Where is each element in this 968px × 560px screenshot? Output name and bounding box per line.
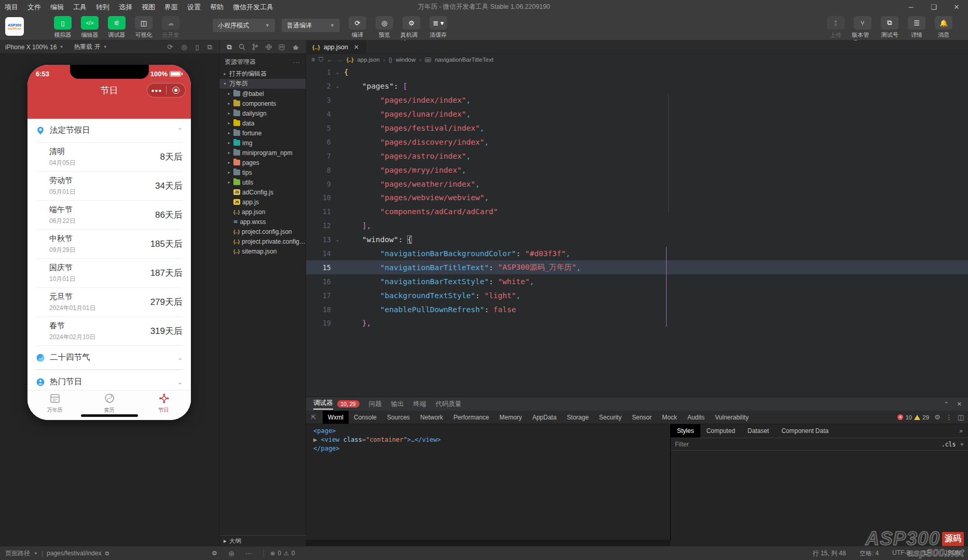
menu-工具[interactable]: 工具 (68, 0, 91, 14)
devtools-tab-Vulnerability[interactable]: Vulnerability (710, 411, 754, 424)
menu-微信开发工具[interactable]: 微信开发工具 (228, 0, 278, 14)
tree-item-@babel[interactable]: ▸@babel (219, 89, 306, 99)
phone-icon[interactable]: ▯ (54, 16, 72, 30)
filter-input[interactable]: Filter (675, 441, 937, 448)
code-line-6[interactable]: 6 "pages/discovery/index", (306, 135, 968, 149)
page-path-label[interactable]: 页面路径 (5, 549, 30, 558)
status-item[interactable]: JSON (944, 549, 961, 558)
breadcrumb-file[interactable]: app.json (357, 57, 379, 63)
debugger-tab-代码质量[interactable]: 代码质量 (436, 400, 462, 409)
menu-设置[interactable]: 设置 (183, 0, 205, 14)
wxml-node[interactable]: <page> (313, 427, 670, 436)
breadcrumb-node[interactable]: window (396, 57, 416, 63)
devtools-tab-Console[interactable]: Console (349, 411, 382, 424)
bug-icon[interactable]: ⚙ (212, 550, 217, 557)
festival-row[interactable]: 端午节06月22日86天后 (36, 201, 183, 230)
status-item[interactable]: LF (923, 549, 931, 558)
devtools-tab-Sensor[interactable]: Sensor (627, 411, 657, 424)
code-line-15[interactable]: 15 "navigationBarTitleText": "ASP300源码_万… (306, 260, 968, 274)
forward-arrow-icon[interactable]: → (337, 56, 343, 63)
devtools-tab-Memory[interactable]: Memory (494, 411, 527, 424)
fold-icon[interactable]: ⌄ (331, 83, 344, 89)
device-selector[interactable]: iPhone X 100% 16▼ (0, 40, 68, 53)
project-avatar[interactable]: ASP300asp300.net (5, 17, 24, 36)
status-item[interactable]: UTF-8 (892, 549, 910, 558)
code-line-1[interactable]: 1⌄{ (306, 65, 968, 79)
teapot-icon[interactable] (292, 44, 299, 50)
layout-icon[interactable]: ◫ (135, 16, 153, 30)
code-line-5[interactable]: 5 "pages/festival/index", (306, 121, 968, 135)
menu-转到[interactable]: 转到 (91, 0, 114, 14)
festival-row[interactable]: 元旦节2024年01月01日279天后 (36, 288, 183, 317)
code-line-10[interactable]: 10 "pages/webview/webview", (306, 191, 968, 205)
branch-icon[interactable]: ⑂ (854, 16, 872, 30)
mode-dropdown[interactable]: 小程序模式▼ (213, 19, 275, 32)
refresh-icon[interactable]: ⟳ (167, 43, 173, 51)
devtools-tab-Mock[interactable]: Mock (657, 411, 682, 424)
code-line-16[interactable]: 16 "navigationBarTextStyle": "white", (306, 274, 968, 288)
devtools-tab-Performance[interactable]: Performance (448, 411, 494, 424)
tree-item-tips[interactable]: ▸tips (219, 167, 306, 177)
toolbar-button-可视化[interactable]: ◫可视化 (133, 16, 155, 39)
capsule-button[interactable]: ●●● (147, 83, 186, 97)
wxml-node[interactable]: ▶ <view class="container">…</view> (313, 436, 670, 445)
code-line-11[interactable]: 11 "components/adCard/adCard" (306, 205, 968, 219)
debugger-tab-问题[interactable]: 问题 (369, 400, 382, 409)
styles-tab-Dataset[interactable]: Dataset (741, 424, 775, 438)
tree-item-app.json[interactable]: {..}app.json (219, 207, 306, 217)
styles-tab-Styles[interactable]: Styles (671, 424, 700, 438)
menu-文件[interactable]: 文件 (23, 0, 46, 14)
problem-counts[interactable]: ⊗0 ⚠0 (264, 549, 295, 557)
tree-item-pages[interactable]: ▸pages (219, 158, 306, 167)
hot-reload-toggle[interactable]: 热重载 开▼ (68, 40, 112, 53)
tree-item-img[interactable]: ▸img (219, 138, 306, 148)
add-style-icon[interactable]: + (960, 440, 964, 448)
debugger-tab-输出[interactable]: 输出 (391, 400, 404, 409)
compile-icon[interactable]: ⟳ (349, 16, 366, 30)
tree-item-app.wxss[interactable]: ≋app.wxss (219, 217, 306, 227)
tree-item-fortune[interactable]: ▸fortune (219, 128, 306, 138)
kebab-menu-icon[interactable]: ⋮ (946, 413, 952, 421)
tree-item-project.config.json[interactable]: {..}project.config.json (219, 227, 306, 236)
outline-list-icon[interactable]: ≡ (311, 56, 315, 63)
code-line-2[interactable]: 2⌄ "pages": [ (306, 79, 968, 93)
code-line-3[interactable]: 3 "pages/index/index", (306, 93, 968, 107)
section-solar-terms[interactable]: 二十四节气 ⌄ (36, 346, 183, 370)
code-line-12[interactable]: 12 ], (306, 219, 968, 233)
tree-item-打开的编辑器[interactable]: ▸打开的编辑器 (219, 69, 306, 79)
devtools-tab-Audits[interactable]: Audits (682, 411, 710, 424)
code-icon[interactable]: </> (81, 16, 99, 30)
tree-item-adConfig.js[interactable]: JSadConfig.js (219, 187, 306, 197)
inspect-element-icon[interactable]: ⇱ (306, 414, 322, 421)
tree-item-miniprogram_npm[interactable]: ▸miniprogram_npm (219, 148, 306, 158)
festival-row[interactable]: 中秋节09月29日185天后 (36, 230, 183, 259)
close-icon[interactable]: ✕ (957, 401, 962, 408)
phone-tab-万年历[interactable]: 万年历 (27, 390, 82, 416)
ellipsis-icon[interactable]: ··· (245, 550, 252, 557)
festival-row[interactable]: 国庆节10月01日187天后 (36, 259, 183, 288)
tree-item-project.private.config.js...[interactable]: {..}project.private.config.js... (219, 236, 306, 246)
npm-icon[interactable] (279, 44, 285, 50)
festival-row[interactable]: 清明04月05日8天后 (36, 143, 183, 172)
bell-icon[interactable]: 🔔 (935, 16, 952, 30)
devtools-tab-AppData[interactable]: AppData (527, 411, 562, 424)
eye-icon[interactable]: ◎ (229, 550, 234, 557)
fold-icon[interactable]: ⌄ (331, 237, 344, 242)
gear-icon[interactable]: ⚙ (934, 413, 941, 421)
code-area[interactable]: 1⌄{2⌄ "pages": [3 "pages/index/index",4 … (306, 65, 968, 330)
tree-item-data[interactable]: ▸data (219, 118, 306, 128)
menu-帮助[interactable]: 帮助 (205, 0, 228, 14)
tree-item-dailysign[interactable]: ▸dailysign (219, 108, 306, 118)
source-control-icon[interactable] (252, 44, 258, 50)
debugger-tab-调试器[interactable]: 调试器 (313, 399, 333, 410)
code-line-14[interactable]: 14 "navigationBarBackgroundColor": "#d03… (306, 247, 968, 261)
code-line-7[interactable]: 7 "pages/astro/index", (306, 149, 968, 163)
phone-tab-黄历[interactable]: 黄历 (82, 390, 136, 416)
festival-row[interactable]: 劳动节05月01日34天后 (36, 172, 183, 201)
devtools-tab-Sources[interactable]: Sources (382, 411, 415, 424)
copy-icon[interactable]: ⧉ (105, 550, 109, 557)
status-item[interactable]: 空格: 4 (860, 549, 879, 558)
compile-mode-dropdown[interactable]: 普通编译▼ (282, 19, 340, 32)
sliders-icon[interactable]: ⚟ (108, 16, 126, 30)
back-arrow-icon[interactable]: ← (327, 56, 333, 63)
